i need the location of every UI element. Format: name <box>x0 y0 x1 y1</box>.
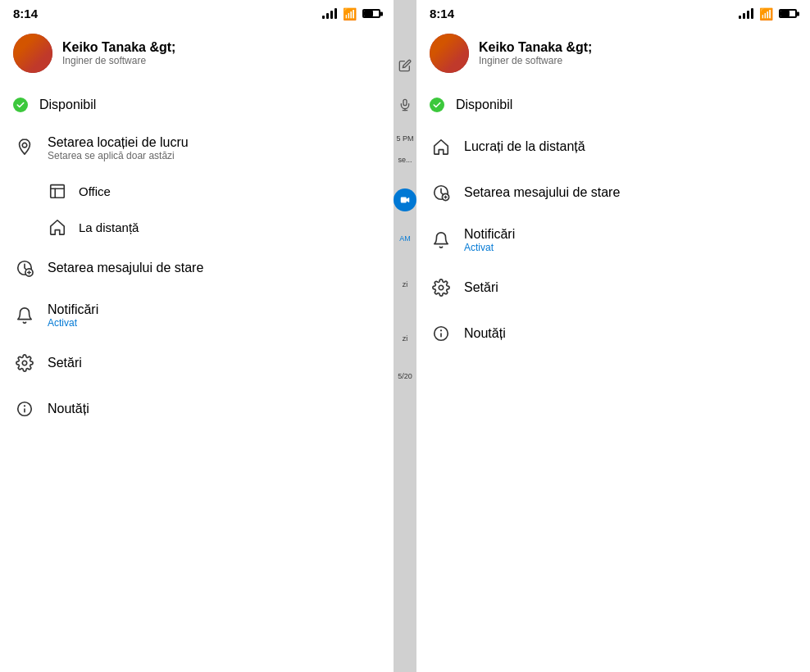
available-label-right: Disponibil <box>456 98 512 112</box>
notification-icon-left <box>13 304 36 327</box>
time-left: 8:14 <box>13 7 38 20</box>
profile-info-right: Keiko Tanaka &gt; Inginer de software <box>479 40 592 66</box>
mic-icon-strip[interactable] <box>397 97 413 113</box>
right-panel: 8:14 📶 Keiko Tanaka &gt; Inginer de soft… <box>416 0 810 672</box>
notifications-sublabel-left: Activat <box>48 317 98 329</box>
status-icons-right: 📶 <box>739 7 797 20</box>
strip-am: AM <box>399 234 411 243</box>
news-icon-left <box>13 397 36 420</box>
svg-point-0 <box>22 143 27 148</box>
notifications-text-left: Notificări Activat <box>48 302 98 329</box>
location-icon-left <box>13 135 36 158</box>
svg-point-13 <box>439 285 444 290</box>
profile-role-left: Inginer de software <box>62 55 175 66</box>
settings-icon-left <box>13 352 36 375</box>
check-icon-right <box>433 101 441 109</box>
menu-item-settings-right[interactable]: Setări <box>430 265 797 311</box>
menu-item-location-left[interactable]: Setarea locației de lucru Setarea se apl… <box>13 124 380 173</box>
sub-item-remote[interactable]: La distanță <box>48 209 380 245</box>
menu-section-left: Disponibil Setarea locației de lucru Set… <box>0 86 394 432</box>
menu-item-notifications-right[interactable]: Notificări Activat <box>430 216 797 265</box>
left-panel: 8:14 📶 Keiko Tanaka &gt; Inginer de soft… <box>0 0 394 672</box>
menu-item-news-left[interactable]: Noutăți <box>13 386 380 432</box>
strip-zi2: zi <box>403 334 408 343</box>
available-label-left: Disponibil <box>39 98 96 112</box>
status-bar-right: 8:14 📶 <box>416 0 810 24</box>
status-message-icon-left <box>13 257 36 279</box>
battery-icon-right <box>779 9 797 18</box>
menu-item-news-right[interactable]: Noutăți <box>430 311 797 356</box>
news-icon-right <box>430 322 453 345</box>
video-icon-strip[interactable] <box>394 188 416 211</box>
sub-item-office[interactable]: Office <box>48 173 380 209</box>
menu-section-right: Disponibil Lucrați de la distanță Set <box>416 86 810 356</box>
avatar-left <box>13 34 52 73</box>
profile-name-right: Keiko Tanaka &gt; <box>479 40 592 55</box>
menu-item-available-right[interactable]: Disponibil <box>430 86 797 124</box>
menu-item-remote-right[interactable]: Lucrați de la distanță <box>430 124 797 170</box>
profile-header-left[interactable]: Keiko Tanaka &gt; Inginer de software <box>0 24 394 86</box>
remote-work-label-right: Lucrați de la distanță <box>464 139 585 154</box>
time-right: 8:14 <box>430 7 454 20</box>
notifications-sublabel-right: Activat <box>464 242 515 253</box>
home-icon-left <box>48 217 67 237</box>
battery-icon <box>362 9 380 18</box>
status-message-label-right: Setarea mesajului de stare <box>464 185 620 200</box>
notification-icon-right <box>430 229 453 252</box>
signal-icon-right <box>739 8 753 19</box>
profile-role-right: Inginer de software <box>479 55 592 66</box>
status-message-icon-right <box>430 181 453 204</box>
profile-info-left: Keiko Tanaka &gt; Inginer de software <box>62 40 175 66</box>
location-sublabel-left: Setarea se aplică doar astăzi <box>48 150 189 161</box>
available-dot-right <box>430 98 444 112</box>
edit-icon-strip[interactable] <box>397 57 413 74</box>
notifications-text-right: Notificări Activat <box>464 227 515 253</box>
remote-label-left: La distanță <box>79 220 139 234</box>
profile-name-left: Keiko Tanaka &gt; <box>62 40 175 55</box>
news-label-right: Noutăți <box>464 326 506 341</box>
news-label-left: Noutăți <box>48 402 89 416</box>
sub-items-left: Office La distanță <box>13 173 380 245</box>
wifi-icon: 📶 <box>343 7 357 20</box>
check-icon <box>16 101 25 109</box>
strip-text1: se... <box>398 156 412 164</box>
wifi-icon-right: 📶 <box>759 7 773 20</box>
svg-rect-1 <box>51 185 65 198</box>
signal-icon <box>322 8 337 19</box>
middle-strip: 5 PM se... AM zi zi 5/20 <box>394 0 416 672</box>
strip-zi1: zi <box>403 280 408 288</box>
avatar-right <box>430 34 469 73</box>
menu-item-status-left[interactable]: Setarea mesajului de stare <box>13 245 380 291</box>
svg-point-4 <box>22 361 27 366</box>
office-icon <box>48 181 67 201</box>
svg-rect-8 <box>403 99 407 105</box>
status-bar-left: 8:14 📶 <box>0 0 394 24</box>
menu-item-settings-left[interactable]: Setări <box>13 340 380 386</box>
menu-item-available-left[interactable]: Disponibil <box>13 86 380 124</box>
menu-item-status-right[interactable]: Setarea mesajului de stare <box>430 170 797 216</box>
notifications-label-right: Notificări <box>464 227 515 242</box>
strip-time: 5 PM <box>396 134 413 143</box>
strip-count: 5/20 <box>398 372 412 380</box>
location-label-left: Setarea locației de lucru <box>48 135 189 150</box>
home-icon-right <box>430 135 453 158</box>
menu-item-notifications-left[interactable]: Notificări Activat <box>13 291 380 340</box>
settings-icon-right <box>430 276 453 299</box>
office-label: Office <box>79 184 111 198</box>
notifications-label-left: Notificări <box>48 302 98 317</box>
available-dot-left <box>13 98 28 112</box>
profile-header-right[interactable]: Keiko Tanaka &gt; Inginer de software <box>416 24 810 86</box>
settings-label-right: Setări <box>464 280 498 295</box>
settings-label-left: Setări <box>48 356 82 370</box>
status-message-label-left: Setarea mesajului de stare <box>48 261 203 275</box>
status-icons-left: 📶 <box>322 7 380 20</box>
location-text-left: Setarea locației de lucru Setarea se apl… <box>48 135 189 161</box>
